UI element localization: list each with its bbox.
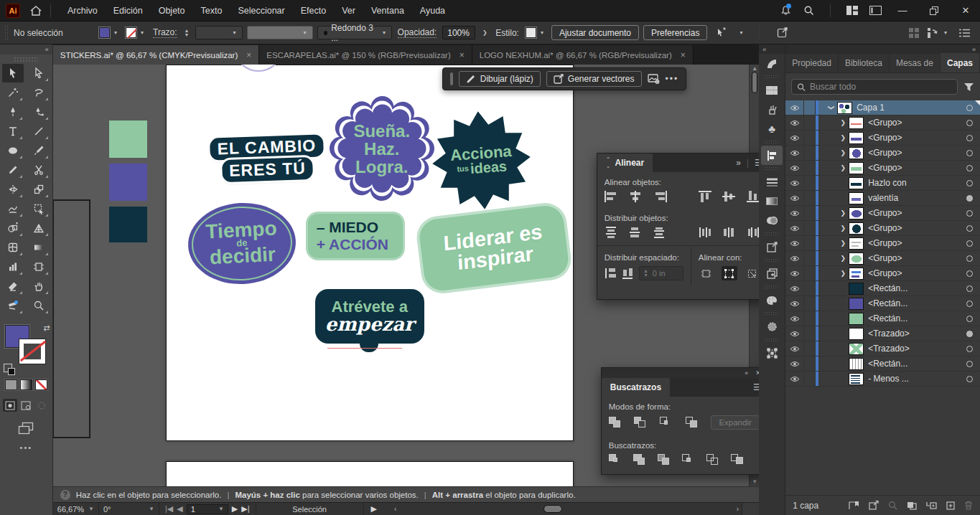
layer-thumbnail[interactable] <box>849 358 864 370</box>
search-box[interactable] <box>791 79 958 95</box>
stroke-color-picker[interactable]: ▾ <box>125 27 147 39</box>
lock-toggle[interactable] <box>804 296 816 311</box>
layer-label[interactable]: - Menos ... <box>868 374 966 384</box>
artboard-tool[interactable] <box>28 258 50 276</box>
expand-chevron[interactable] <box>837 270 849 277</box>
visibility-toggle-icon[interactable] <box>785 191 804 205</box>
brush-definition-select[interactable]: Redondo 3 ... ▾ <box>317 26 392 39</box>
target-circle[interactable] <box>966 105 973 111</box>
horizontal-space-button[interactable] <box>622 268 633 279</box>
workspace-layout-icon[interactable] <box>842 2 862 19</box>
layer-row[interactable]: valentía <box>785 191 980 206</box>
hand-tool[interactable] <box>28 277 50 296</box>
rotate-view-tool[interactable] <box>2 296 24 315</box>
layer-thumbnail[interactable] <box>837 102 852 114</box>
make-clipping-mask-icon[interactable] <box>907 501 917 510</box>
panel-tab[interactable]: Biblioteca <box>839 53 890 72</box>
app-logo-icon[interactable]: Ai <box>6 4 20 18</box>
layer-label[interactable]: <Grupo> <box>868 208 966 218</box>
transparency-panel-icon[interactable] <box>761 211 783 230</box>
stroke-panel-icon[interactable] <box>761 172 783 192</box>
layer-thumbnail[interactable] <box>849 373 864 385</box>
stroke-swatch[interactable] <box>125 27 137 39</box>
layer-row[interactable]: <Grupo> <box>785 146 980 161</box>
document-tab[interactable]: LOGO NEXHUM.ai* @ 66,67 % (RGB/Previsual… <box>472 45 694 65</box>
expand-chevron[interactable] <box>837 134 849 141</box>
layer-row[interactable]: <Rectán... <box>785 356 980 372</box>
workspace-switcher[interactable]: ▾ <box>928 27 951 39</box>
layer-label[interactable]: <Rectán... <box>868 298 966 308</box>
minus-back-button[interactable] <box>731 454 744 466</box>
sticker-miedo-accion[interactable]: – MIEDO + ACCIÓN <box>308 214 403 258</box>
layer-thumbnail[interactable] <box>849 298 864 310</box>
layer-row[interactable]: <Rectán... <box>785 311 980 326</box>
fill-swatch[interactable] <box>98 27 111 39</box>
home-icon[interactable] <box>30 6 42 16</box>
lock-toggle[interactable] <box>804 311 816 326</box>
target-circle[interactable] <box>966 301 973 307</box>
target-circle[interactable] <box>966 285 973 292</box>
pen-tool[interactable] <box>2 103 24 121</box>
visibility-toggle-icon[interactable] <box>785 311 804 326</box>
target-circle[interactable] <box>966 376 973 382</box>
align-right-button[interactable] <box>653 191 667 202</box>
expand-chevron[interactable] <box>837 255 849 262</box>
lock-toggle[interactable] <box>804 146 816 160</box>
visibility-toggle-icon[interactable] <box>785 146 804 160</box>
align-panel-tab[interactable]: ⌃⌄ Alinear <box>597 153 653 172</box>
layer-thumbnail[interactable] <box>849 177 864 189</box>
stroke-color-box[interactable] <box>19 339 45 364</box>
layer-label[interactable]: <Rectán... <box>868 313 966 323</box>
restore-button[interactable] <box>920 1 948 21</box>
lock-toggle[interactable] <box>804 161 816 175</box>
rotation-select[interactable]: 0°▼ <box>99 503 159 515</box>
menu-item[interactable]: Efecto <box>293 0 334 22</box>
target-circle[interactable] <box>966 361 973 367</box>
panel-close-icon[interactable]: ✕ <box>755 369 759 377</box>
swap-fill-stroke-icon[interactable]: ⇄ <box>43 323 50 333</box>
layer-label[interactable]: <Trazado> <box>868 344 966 354</box>
lock-toggle[interactable] <box>804 326 816 341</box>
generate-vectors-button[interactable]: Generar vectores <box>546 71 642 87</box>
column-graph-tool[interactable] <box>2 258 24 276</box>
scroll-down-arrow[interactable]: ▼ <box>750 478 759 486</box>
filter-icon[interactable] <box>963 82 974 92</box>
layer-row[interactable]: <Grupo> <box>785 221 980 236</box>
visibility-toggle-icon[interactable] <box>785 100 804 115</box>
distribute-top-button[interactable] <box>605 227 619 238</box>
zoom-tool[interactable] <box>28 296 50 315</box>
symbols-panel-icon[interactable]: ♣ <box>761 119 783 138</box>
vertical-scroll-thumb[interactable] <box>752 72 757 93</box>
distribute-left-button[interactable] <box>699 227 713 238</box>
visibility-toggle-icon[interactable] <box>785 296 804 311</box>
document-window-icon[interactable] <box>865 2 885 19</box>
first-artboard-icon[interactable]: |◀ <box>165 504 173 514</box>
target-circle[interactable] <box>966 195 973 202</box>
layer-row[interactable]: <Trazado> <box>785 341 980 356</box>
panel-collapse-icon[interactable]: ⌃⌄ <box>606 156 611 169</box>
selection-tool[interactable] <box>2 64 24 82</box>
color-tile[interactable] <box>5 379 17 390</box>
graphic-style-picker[interactable]: ▾ <box>525 27 547 39</box>
layer-row[interactable]: <Rectán... <box>785 296 980 311</box>
horizontal-scrollbar[interactable]: ‹ › <box>394 503 742 515</box>
layer-row[interactable]: <Grupo> <box>785 161 980 176</box>
lock-toggle[interactable] <box>804 372 816 386</box>
layer-label[interactable]: <Grupo> <box>868 163 966 173</box>
minus-front-button[interactable] <box>634 417 647 428</box>
visibility-toggle-icon[interactable] <box>785 221 804 235</box>
close-tab-icon[interactable] <box>681 50 686 60</box>
swatches-panel-icon[interactable] <box>761 80 783 100</box>
sticker-suena[interactable]: Sueña. Haz. Logra. <box>328 95 436 202</box>
gradient-tile[interactable] <box>20 379 32 390</box>
menu-item[interactable]: Archivo <box>60 0 106 22</box>
layer-row[interactable]: <Rectán... <box>785 281 980 296</box>
gradient-tool[interactable] <box>28 238 50 257</box>
visibility-toggle-icon[interactable] <box>785 341 804 356</box>
color-swatch-object-green[interactable] <box>109 121 147 158</box>
layer-thumbnail[interactable] <box>849 268 864 280</box>
unite-button[interactable] <box>609 417 622 428</box>
align-bottom-button[interactable] <box>747 191 759 202</box>
layer-thumbnail[interactable] <box>849 162 864 174</box>
lock-toggle[interactable] <box>804 356 816 371</box>
